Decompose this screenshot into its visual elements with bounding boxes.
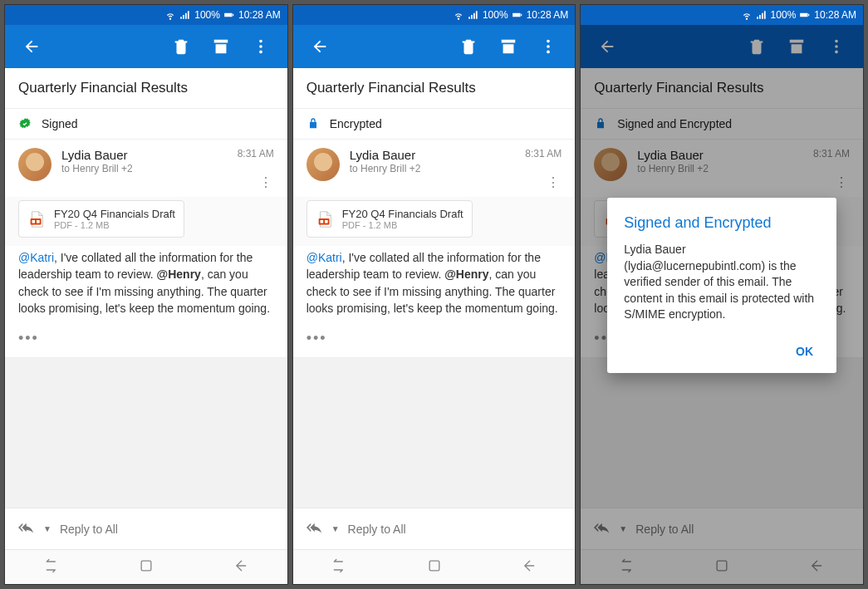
expand-quoted-button[interactable]: •••: [5, 326, 287, 358]
sender-row[interactable]: Lydia Bauer to Henry Brill +2 8:31 AM ⋮: [5, 140, 287, 197]
nav-back-button[interactable]: [232, 557, 248, 577]
reply-label: Reply to All: [348, 523, 406, 536]
android-nav-bar: [5, 549, 287, 584]
android-nav-bar: [293, 549, 576, 584]
email-subject: Quarterly Financial Results: [293, 68, 576, 109]
clock-text: 10:28 AM: [814, 9, 856, 21]
reply-bar[interactable]: ▼ Reply to All: [293, 508, 576, 549]
wifi-icon: [453, 9, 464, 21]
more-icon: [539, 37, 557, 56]
more-icon: [252, 37, 270, 56]
phone-panel-encrypted: 100% 10:28 AM Quarterly Financial Result…: [292, 4, 576, 585]
battery-icon: [512, 9, 523, 21]
home-icon: [426, 557, 443, 574]
app-bar: [293, 25, 576, 68]
mention-bold[interactable]: @Henry: [157, 268, 201, 281]
recents-icon: [331, 557, 348, 574]
battery-text: 100%: [194, 9, 220, 21]
sender-avatar[interactable]: [18, 148, 51, 181]
file-ppt-icon: [27, 209, 46, 230]
message-menu-button[interactable]: ⋮: [545, 174, 562, 190]
status-bar: 100% 10:28 AM: [581, 5, 863, 25]
delete-button[interactable]: [164, 30, 198, 63]
dialog-ok-button[interactable]: OK: [789, 338, 820, 365]
sender-row[interactable]: Lydia Bauer to Henry Brill +2 8:31 AM ⋮: [293, 140, 576, 197]
dialog-body: Lydia Bauer (lydia@lucernepubintl.com) i…: [624, 242, 820, 323]
reply-chevron-down-icon[interactable]: ▼: [43, 524, 51, 533]
nav-recents-button[interactable]: [331, 557, 348, 577]
empty-area: [293, 358, 576, 508]
more-button[interactable]: [244, 30, 277, 63]
security-dialog: Signed and Encrypted Lydia Bauer (lydia@…: [607, 198, 836, 373]
archive-button[interactable]: [204, 30, 238, 63]
message-menu-button[interactable]: ⋮: [257, 174, 274, 190]
home-icon: [138, 557, 154, 574]
attachment-chip[interactable]: FY20 Q4 Financials Draft PDF - 1.2 MB: [18, 200, 184, 238]
back-icon: [22, 37, 41, 56]
status-bar: 100% 10:28 AM: [5, 5, 287, 25]
battery-icon: [223, 9, 235, 21]
phone-panel-signed: 100% 10:28 AM Quarterly Financial Result…: [4, 4, 288, 585]
reply-all-icon: [305, 520, 323, 537]
sender-name: Lydia Bauer: [61, 148, 228, 162]
security-label: Encrypted: [330, 117, 382, 130]
more-button[interactable]: [532, 30, 565, 63]
attachment-chip[interactable]: FY20 Q4 Financials Draft PDF - 1.2 MB: [306, 200, 473, 238]
wifi-icon: [164, 9, 176, 21]
message-time: 8:31 AM: [238, 148, 274, 160]
back-button[interactable]: [15, 30, 48, 63]
battery-icon: [799, 9, 811, 21]
reply-bar[interactable]: ▼ Reply to All: [5, 508, 287, 549]
reply-all-icon: [17, 520, 35, 537]
file-ppt-icon: [316, 209, 334, 230]
phone-panel-dialog: 100% 10:28 AM Quarterly Financial Result…: [580, 4, 864, 585]
archive-icon: [499, 37, 517, 56]
security-status[interactable]: Signed: [5, 109, 287, 140]
expand-quoted-button[interactable]: •••: [293, 326, 576, 358]
security-label: Signed: [42, 117, 78, 130]
trash-icon: [459, 37, 478, 56]
security-status[interactable]: Encrypted: [293, 109, 576, 140]
back-icon: [311, 37, 329, 56]
archive-icon: [212, 37, 230, 56]
attachment-meta: PDF - 1.2 MB: [342, 220, 463, 230]
clock-text: 10:28 AM: [238, 9, 281, 21]
nav-home-button[interactable]: [138, 557, 154, 577]
attachment-name: FY20 Q4 Financials Draft: [342, 208, 463, 220]
nav-recents-button[interactable]: [44, 557, 61, 577]
mention-bold[interactable]: @Henry: [444, 268, 488, 281]
attachment-meta: PDF - 1.2 MB: [54, 220, 175, 230]
signal-icon: [756, 9, 767, 21]
sender-name: Lydia Bauer: [350, 148, 516, 162]
archive-button[interactable]: [492, 30, 525, 63]
dialog-title: Signed and Encrypted: [624, 214, 820, 232]
nav-back-icon: [232, 557, 248, 574]
empty-area: [5, 358, 287, 508]
app-bar: [5, 25, 287, 68]
delete-button[interactable]: [452, 30, 485, 63]
recipients-summary: to Henry Brill +2: [61, 163, 228, 174]
mention-link[interactable]: @Katri: [306, 251, 342, 264]
nav-back-icon: [520, 557, 537, 574]
email-body: @Katri, I've collated all the informatio…: [5, 246, 287, 326]
back-button[interactable]: [303, 30, 336, 63]
battery-text: 100%: [771, 9, 797, 21]
wifi-icon: [741, 9, 753, 21]
reply-label: Reply to All: [60, 523, 118, 536]
attachment-name: FY20 Q4 Financials Draft: [54, 208, 175, 220]
email-subject: Quarterly Financial Results: [5, 68, 287, 109]
recipients-summary: to Henry Brill +2: [350, 163, 516, 174]
sender-avatar[interactable]: [306, 148, 340, 181]
signal-icon: [468, 9, 479, 21]
mention-link[interactable]: @Katri: [18, 251, 54, 264]
nav-home-button[interactable]: [426, 557, 443, 577]
recents-icon: [44, 557, 61, 574]
reply-chevron-down-icon[interactable]: ▼: [331, 524, 340, 533]
nav-back-button[interactable]: [520, 557, 537, 577]
status-bar: 100% 10:28 AM: [293, 5, 576, 25]
battery-text: 100%: [483, 9, 508, 21]
signal-icon: [179, 9, 191, 21]
signed-seal-icon: [18, 117, 32, 130]
message-time: 8:31 AM: [525, 148, 562, 160]
clock-text: 10:28 AM: [527, 9, 569, 21]
